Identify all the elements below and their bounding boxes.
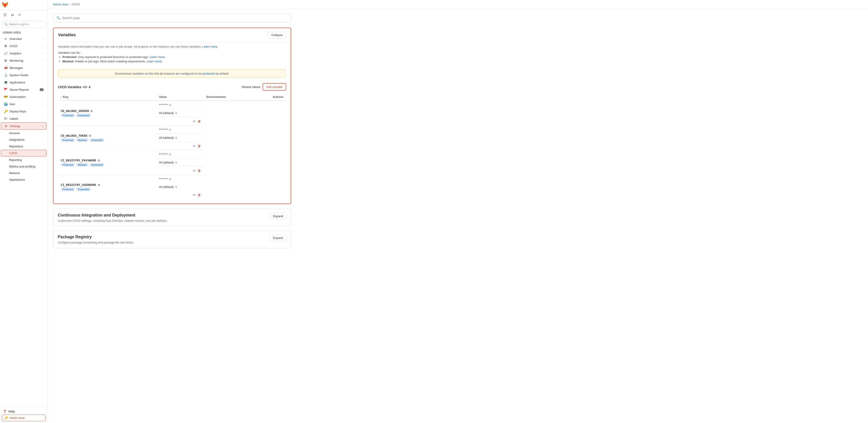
system-hooks-icon: ⚓: [4, 73, 8, 77]
sidebar-sub-repository[interactable]: Repository: [1, 143, 46, 149]
deploy-keys-icon: 🔑: [4, 110, 8, 113]
variables-section-header: Variables Collapse: [54, 28, 291, 42]
sidebar-sub-general[interactable]: General: [1, 130, 46, 136]
merge-request-icon[interactable]: ⇄: [9, 11, 16, 18]
copy-key-icon-3[interactable]: ⧉: [96, 184, 100, 187]
ci-expand-button[interactable]: Expand: [270, 213, 286, 220]
actions-cell-2: ✏🗑: [156, 167, 204, 175]
sidebar-item-subscription[interactable]: 💳 Subscription: [1, 93, 46, 100]
table-row: CI_REGISTRY_PASSWORD ⧉ProtectedMaskedExp…: [58, 150, 286, 175]
breadcrumb-separator: /: [69, 3, 70, 6]
edit-variable-button-3[interactable]: ✏: [193, 193, 196, 197]
badge-expanded-2: Expanded: [90, 163, 104, 167]
sidebar-sub-metrics[interactable]: Metrics and profiling: [1, 164, 46, 170]
messages-icon: 📣: [4, 66, 8, 69]
copy-value-icon-3[interactable]: ⧉: [169, 177, 171, 181]
masked-learn-more[interactable]: Learn more.: [147, 60, 162, 63]
sidebar-item-monitoring[interactable]: 🖥 Monitoring ›: [1, 57, 46, 64]
reveal-values-button[interactable]: Reveal values: [242, 85, 260, 89]
actions-cell-0: ✏🗑: [156, 117, 204, 125]
sidebar-item-abuse-reports[interactable]: 🚩 Abuse Reports 0: [1, 86, 46, 93]
sidebar-sub-reporting[interactable]: Reporting: [1, 157, 46, 163]
sidebar-sub-network[interactable]: Network: [1, 170, 46, 176]
warning-protected-link[interactable]: protected: [203, 72, 215, 75]
col-environments: Environments: [204, 93, 254, 101]
actions-cell-1: ✏🗑: [156, 142, 204, 150]
sidebar-sub-cicd[interactable]: CI/CD: [1, 150, 46, 157]
value-cell-3: ***** ⧉: [156, 175, 204, 183]
copy-value-icon-2[interactable]: ⧉: [169, 153, 171, 156]
collapse-button[interactable]: Collapse: [268, 32, 286, 38]
edit-variable-button-0[interactable]: ✏: [193, 119, 196, 123]
sidebar-item-deploy-keys-label: Deploy Keys: [9, 110, 26, 113]
sidebar-item-system-hooks[interactable]: ⚓ System Hooks: [1, 72, 46, 79]
sidebar-item-cicd-label: CI/CD: [9, 45, 18, 48]
add-variable-button[interactable]: Add variable: [262, 83, 286, 91]
badge-expanded-1: Expanded: [90, 138, 104, 142]
copy-value-icon-1[interactable]: ⧉: [169, 128, 171, 131]
variables-table: ↑ Key Value Environments Actions CD_WALR…: [58, 93, 286, 199]
sidebar-footer: ❓ Help 🔑 Admin Area: [0, 406, 47, 423]
sidebar-item-geo[interactable]: 🌍 Geo ›: [1, 101, 46, 108]
admin-area-label: Admin Area: [9, 416, 25, 420]
sidebar-item-overview-label: Overview: [9, 37, 22, 40]
copy-key-icon-0[interactable]: ⧉: [89, 110, 93, 113]
main-content: Admin Area / CI/CD 🔍 Search page Variabl…: [48, 0, 868, 423]
sidebar-item-settings[interactable]: ⚙ Settings ∨: [1, 122, 46, 130]
sidebar-item-overview[interactable]: ≡ Overview ›: [1, 35, 46, 42]
variables-learn-more-link[interactable]: Learn more.: [203, 45, 218, 48]
breadcrumb-parent[interactable]: Admin Area: [53, 3, 68, 6]
table-row: CI_REGISTRY_USERNAME ⧉ProtectedExpanded*…: [58, 175, 286, 199]
copy-env-icon-1[interactable]: ⧉: [175, 136, 177, 139]
badge-expanded-3: Expanded: [76, 188, 91, 191]
env-cell-1: All (default) ⧉: [156, 134, 204, 142]
sidebar-item-subscription-label: Subscription: [9, 95, 26, 98]
search-page-bar[interactable]: 🔍 Search page: [53, 13, 291, 22]
ci-section-title: Continuous Integration and Deployment: [58, 213, 270, 218]
delete-variable-button-2[interactable]: 🗑: [198, 169, 201, 172]
copy-env-icon-0[interactable]: ⧉: [175, 112, 177, 115]
delete-variable-button-0[interactable]: 🗑: [198, 119, 201, 123]
sidebar-item-applications[interactable]: 💻 Applications: [1, 79, 46, 86]
copy-key-icon-1[interactable]: ⧉: [87, 134, 91, 137]
variables-section: Variables Collapse Variables store infor…: [53, 28, 291, 204]
col-key: ↑ Key: [58, 93, 156, 101]
sidebar-item-deploy-keys[interactable]: 🔑 Deploy Keys: [1, 108, 46, 115]
sidebar-item-cicd[interactable]: ⚙ CI/CD ›: [1, 43, 46, 50]
sidebar-item-monitoring-label: Monitoring: [9, 59, 23, 62]
warning-banner: Environment variables on this GitLab ins…: [58, 69, 286, 78]
sidebar-item-labels[interactable]: 🏷 Labels: [1, 115, 46, 122]
ci-section: Continuous Integration and Deployment Cu…: [53, 208, 291, 227]
sidebar-sub-integrations[interactable]: Integrations: [1, 137, 46, 143]
breadcrumb: Admin Area / CI/CD: [48, 0, 868, 9]
edit-variable-button-1[interactable]: ✏: [193, 144, 196, 148]
edit-icon[interactable]: ✏: [16, 11, 23, 18]
search-bar[interactable]: 🔍 Search or go to...: [2, 21, 45, 27]
delete-variable-button-1[interactable]: 🗑: [198, 144, 201, 148]
copy-value-icon-0[interactable]: ⧉: [169, 103, 171, 107]
edit-variable-button-2[interactable]: ✏: [193, 169, 196, 172]
sidebar-toggle-icon[interactable]: ☰: [2, 11, 8, 18]
help-icon: ❓: [3, 410, 6, 413]
help-item[interactable]: ❓ Help: [2, 408, 45, 415]
badge-protected-0: Protected: [61, 114, 75, 117]
actions-cell-3: ✏🗑: [156, 191, 204, 199]
package-expand-button[interactable]: Expand: [270, 235, 286, 241]
sidebar-item-messages[interactable]: 📣 Messages: [1, 64, 46, 71]
copy-key-icon-2[interactable]: ⧉: [96, 159, 100, 162]
sidebar-item-analytics[interactable]: 📈 Analytics ›: [1, 50, 46, 57]
value-cell-1: ***** ⧉: [156, 125, 204, 134]
admin-area-button[interactable]: 🔑 Admin Area: [2, 415, 45, 421]
copy-env-icon-3[interactable]: ⧉: [175, 186, 177, 189]
delete-variable-button-3[interactable]: 🗑: [198, 193, 201, 197]
page-content: 🔍 Search page Variables Collapse Variabl…: [48, 9, 297, 257]
protected-info: Protected: Only exposed to protected bra…: [62, 55, 286, 59]
vars-table-section: CI/CD Variables </> 4 Reveal values Add …: [54, 81, 291, 203]
copy-env-icon-2[interactable]: ⧉: [175, 161, 177, 164]
badge-expanded-0: Expanded: [76, 114, 91, 117]
search-bar-label: Search or go to...: [9, 23, 30, 26]
applications-icon: 💻: [4, 81, 8, 84]
sidebar-sub-appearance[interactable]: Appearance: [1, 177, 46, 183]
protected-learn-more[interactable]: Learn more.: [150, 55, 165, 59]
value-cell-2: ***** ⧉: [156, 150, 204, 159]
